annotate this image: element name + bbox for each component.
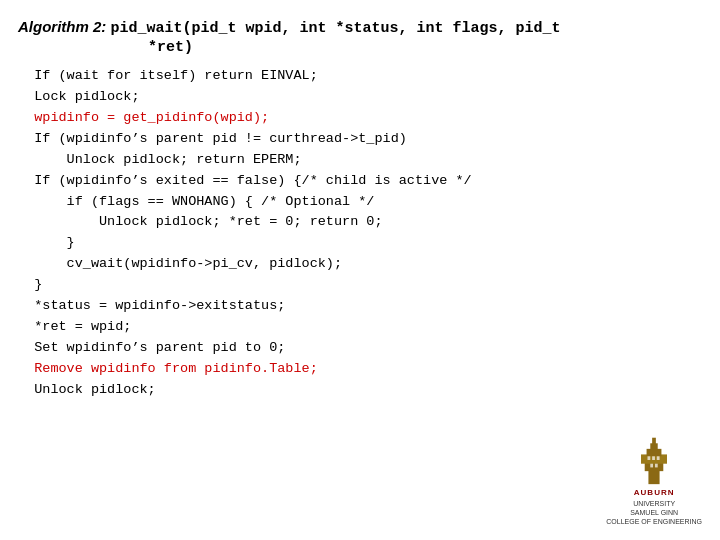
algorithm-signature-cont: *ret): [148, 39, 193, 56]
code-line: }: [18, 233, 696, 254]
code-line: *status = wpidinfo->exitstatus;: [18, 296, 696, 317]
code-line: If (wait for itself) return EINVAL;: [18, 66, 696, 87]
code-line: }: [18, 275, 696, 296]
algorithm-signature: pid_wait(pid_t wpid, int *status, int fl…: [111, 20, 561, 37]
code-line: Unlock pidlock; *ret = 0; return 0;: [18, 212, 696, 233]
svg-rect-5: [652, 438, 656, 445]
code-line: if (flags == WNOHANG) { /* Optional */: [18, 192, 696, 213]
svg-rect-9: [652, 457, 655, 461]
code-line: If (wpidinfo’s parent pid != curthread->…: [18, 129, 696, 150]
svg-rect-10: [657, 457, 660, 461]
code-line: Unlock pidlock; return EPERM;: [18, 150, 696, 171]
svg-rect-7: [655, 464, 658, 468]
algorithm-title: Algorithm 2: pid_wait(pid_t wpid, int *s…: [18, 18, 696, 56]
university-subtitle: UNIVERSITY: [606, 499, 702, 508]
code-line: Unlock pidlock;: [18, 380, 696, 401]
svg-rect-6: [650, 464, 653, 468]
slide-container: Algorithm 2: pid_wait(pid_t wpid, int *s…: [0, 0, 720, 540]
logo-text: AUBURN UNIVERSITY SAMUEL GINNCOLLEGE OF …: [606, 488, 702, 526]
auburn-logo: AUBURN UNIVERSITY SAMUEL GINNCOLLEGE OF …: [606, 434, 702, 526]
code-block: If (wait for itself) return EINVAL; Lock…: [18, 66, 696, 401]
code-line: If (wpidinfo’s exited == false) {/* chil…: [18, 171, 696, 192]
college-name: SAMUEL GINNCOLLEGE OF ENGINEERING: [606, 508, 702, 526]
code-line: cv_wait(wpidinfo->pi_cv, pidlock);: [18, 254, 696, 275]
svg-rect-0: [649, 470, 660, 485]
university-name: AUBURN: [606, 488, 702, 498]
svg-rect-8: [648, 457, 651, 461]
code-line: *ret = wpid;: [18, 317, 696, 338]
code-line-red: wpidinfo = get_pidinfo(wpid);: [18, 108, 696, 129]
algorithm-label: Algorithm 2:: [18, 18, 111, 35]
code-line-red: Remove wpidinfo from pidinfo.Table;: [18, 359, 696, 380]
code-line: Set wpidinfo’s parent pid to 0;: [18, 338, 696, 359]
code-line: Lock pidlock;: [18, 87, 696, 108]
auburn-logo-icon: [630, 434, 678, 486]
